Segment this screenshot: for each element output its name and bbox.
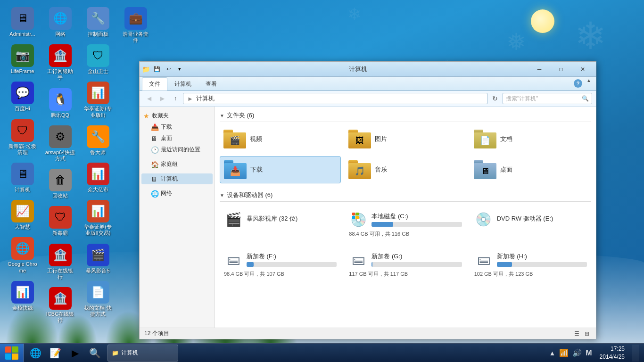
drive-icon-c: 💿 xyxy=(349,210,368,229)
drive-name-dvd: DVD RW 驱动器 (E:) xyxy=(497,214,587,223)
drive-item-g[interactable]: 🖴 新加卷 (G:) 117 GB 可用，共 117 GB xyxy=(345,246,466,282)
folder-item-music[interactable]: 🎵 音乐 xyxy=(345,156,466,183)
up-button[interactable]: ↑ xyxy=(170,93,181,104)
sidebar-item-homegroup[interactable]: 🏠 家庭组 xyxy=(141,159,213,170)
folder-item-video[interactable]: 🎬 视频 xyxy=(220,126,341,152)
sidebar-item-download[interactable]: 📥 下载 xyxy=(141,122,213,132)
qa-undo-btn[interactable]: ↩ xyxy=(163,64,173,74)
address-path-bar[interactable]: ► 计算机 xyxy=(183,93,487,104)
drive-item-dvd[interactable]: 💿 DVD RW 驱动器 (E:) xyxy=(470,206,591,242)
minimize-button[interactable]: ─ xyxy=(528,62,550,77)
taskbar-open-explorer[interactable]: 📁 计算机 xyxy=(107,345,178,362)
favorites-star-icon: ★ xyxy=(143,112,149,120)
qa-save-btn[interactable]: 💾 xyxy=(152,64,162,74)
tab-file[interactable]: 文件 xyxy=(142,77,167,90)
desktop-icon-network[interactable]: 🌐 网络 xyxy=(42,5,78,40)
drive-bar-g xyxy=(372,262,372,267)
desktop-icon-jinglin[interactable]: 📊 金棱快线 xyxy=(5,279,40,313)
taskbar-search-icon[interactable]: 🔍 xyxy=(85,345,104,362)
tab-view[interactable]: 查看 xyxy=(198,77,224,90)
desktop-icon-icbc2[interactable]: 🏦 ICBC在线银行 xyxy=(42,285,78,326)
folder-item-desktop2[interactable]: 🖥 桌面 xyxy=(470,156,591,183)
desktop-icon-control[interactable]: 🔧 控制面板 xyxy=(80,5,116,40)
refresh-button[interactable]: ↻ xyxy=(489,93,501,104)
taskbar-show-desktop[interactable] xyxy=(632,345,639,362)
desktop-icon-mydoc[interactable]: 📄 我的文档·快捷方式 xyxy=(80,279,116,320)
desktop-icon-arswp[interactable]: ⚙ arswp64快捷方式 xyxy=(42,123,78,164)
sidebar-favorites-header[interactable]: ★ 收藏夹 xyxy=(140,110,215,121)
tray-network-icon[interactable]: 📶 xyxy=(559,348,569,357)
sidebar-item-recent[interactable]: 🕐 最近访问的位置 xyxy=(141,144,213,155)
desktop-icon-luda[interactable]: 🔧 鲁大师 xyxy=(80,123,116,158)
desktop-icon-huatai2[interactable]: 📊 华泰证券(专业版II交易) xyxy=(80,197,116,239)
drives-collapse-arrow[interactable]: ▼ xyxy=(220,193,224,198)
close-button[interactable]: ✕ xyxy=(572,62,594,77)
view-details-button[interactable]: ☰ xyxy=(572,329,581,338)
content-panel: ▼ 文件夹 (6) 🎬 视频 xyxy=(215,107,596,328)
view-tiles-button[interactable]: ⊞ xyxy=(583,329,591,338)
folder-item-document[interactable]: 📄 文档 xyxy=(470,126,591,152)
taskbar-clock[interactable]: 17:25 2014/4/25 xyxy=(596,345,628,361)
folders-collapse-arrow[interactable]: ▼ xyxy=(220,113,224,118)
maximize-button[interactable]: □ xyxy=(550,62,572,77)
drive-item-baofeng[interactable]: 🎬 暴风影视库 (32 位) xyxy=(220,206,341,242)
moon xyxy=(531,9,554,33)
drive-bar-c xyxy=(372,222,393,227)
search-box[interactable]: 搜索"计算机" 🔍 xyxy=(503,93,592,104)
quick-access-toolbar: 💾 ↩ ▾ xyxy=(152,64,185,74)
desktop-icon-huatai[interactable]: 📊 华泰证券(专业版II) xyxy=(80,79,116,120)
sidebar-section-homegroup: 🏠 家庭组 xyxy=(140,159,215,170)
desktop-icon-zhongda[interactable]: 📊 众大亿市 xyxy=(80,160,116,195)
desktop-icon-recycle[interactable]: 🗑 回收站 xyxy=(42,166,78,201)
forward-button[interactable]: ▶ xyxy=(157,93,168,104)
taskbar-media-icon[interactable]: ▶ xyxy=(66,345,84,362)
sidebar-item-computer[interactable]: 🖥 计算机 xyxy=(141,173,213,184)
help-button[interactable]: ? xyxy=(574,79,582,88)
desktop-icon-xinduhao2[interactable]: 🛡 新毒霸 xyxy=(42,204,78,239)
tray-volume-icon[interactable]: 🔊 xyxy=(572,348,582,357)
taskbar-tray: ▲ 📶 🔊 M 17:25 2014/4/25 xyxy=(544,344,644,362)
status-right: ☰ ⊞ xyxy=(572,329,591,338)
taskbar-ie-icon[interactable]: 🌐 xyxy=(26,345,45,362)
start-button[interactable] xyxy=(0,344,24,362)
desktop-icon-xinduhao[interactable]: 🛡 新毒霸·垃圾清理 xyxy=(5,117,40,158)
drive-icon-f: 🖴 xyxy=(224,250,243,269)
desktop-icon-admin[interactable]: 🖥 Administr... xyxy=(5,5,40,40)
desktop-icon-haojie[interactable]: 💼 浩哥业务套件 xyxy=(118,5,153,46)
sidebar-section-computer: 🖥 计算机 xyxy=(140,173,215,184)
drive-name-g: 新加卷 (G:) xyxy=(372,252,462,261)
folder-item-download[interactable]: 📥 下载 xyxy=(220,156,341,183)
sidebar-item-desktop[interactable]: 🖥 桌面 xyxy=(141,133,213,144)
drive-name-h: 新加卷 (H:) xyxy=(497,252,587,261)
desktop-icon-gxbank[interactable]: 🏦 工行在线银行 xyxy=(42,241,78,282)
snowflake-4: ❄ xyxy=(347,5,361,24)
desktop-icon-lifeframe[interactable]: 📷 LifeFrame xyxy=(5,42,40,77)
drive-item-h[interactable]: 🖴 新加卷 (H:) 102 GB 可用，共 123 GB xyxy=(470,246,591,282)
explorer-window: 📁 💾 ↩ ▾ 计算机 ─ □ ✕ 文件 计算机 查看 ? ▲ xyxy=(139,61,596,339)
drive-name-baofeng: 暴风影视库 (32 位) xyxy=(247,214,337,223)
back-button[interactable]: ◀ xyxy=(143,93,155,104)
tray-arrow-icon[interactable]: ▲ xyxy=(549,349,555,357)
drives-grid: 🎬 暴风影视库 (32 位) 💿 xyxy=(220,206,591,282)
taskbar-word-icon[interactable]: 📝 xyxy=(46,345,65,362)
desktop-icon-icbc[interactable]: 🏦 工行网银助手 xyxy=(42,42,78,83)
drive-item-f[interactable]: 🖴 新加卷 (F:) 98.4 GB 可用，共 107 GB xyxy=(220,246,341,282)
sidebar-item-network[interactable]: 🌐 网络 xyxy=(141,188,213,199)
ribbon-expand-button[interactable]: ▲ xyxy=(584,77,594,90)
address-path-text: 计算机 xyxy=(196,94,215,103)
qa-dropdown-btn[interactable]: ▾ xyxy=(174,64,185,74)
tab-computer[interactable]: 计算机 xyxy=(167,77,198,90)
desktop-icon-chrome[interactable]: 🌐 Google Chrome xyxy=(5,235,40,276)
desktop-icon-jinshan[interactable]: 🛡 金山卫士 xyxy=(80,42,116,77)
desktop-icon-zhihui[interactable]: 📈 大智慧 xyxy=(5,197,40,232)
desktop-icon-baofeng[interactable]: 🎬 暴风影音5 xyxy=(80,241,116,276)
desktop-icon-qq[interactable]: 🐧 腾讯QQ xyxy=(42,86,78,121)
desktop-icon-baidu[interactable]: 💬 百度Hi xyxy=(5,79,40,114)
window-controls: ─ □ ✕ xyxy=(528,62,594,77)
desktop-icon-computer[interactable]: 🖥 计算机 xyxy=(5,160,40,195)
drive-name-c: 本地磁盘 (C:) xyxy=(372,212,462,221)
drive-bar-container-f xyxy=(247,262,337,267)
tray-ime-icon[interactable]: M xyxy=(586,349,592,357)
folder-item-picture[interactable]: 🖼 图片 xyxy=(345,126,466,152)
drive-item-c[interactable]: 💿 本地磁盘 (C:) xyxy=(345,206,466,242)
